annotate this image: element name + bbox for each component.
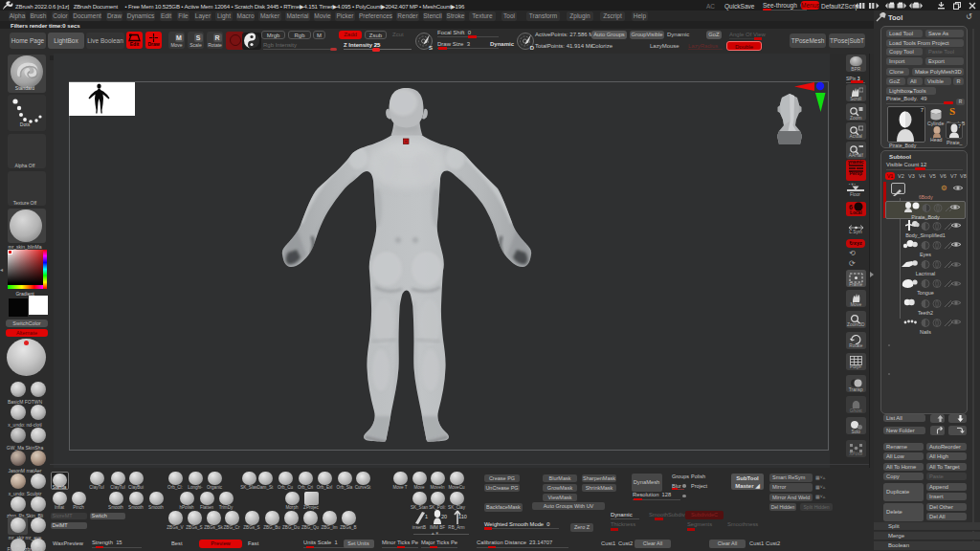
svg-text:6: 6 [849,204,853,210]
